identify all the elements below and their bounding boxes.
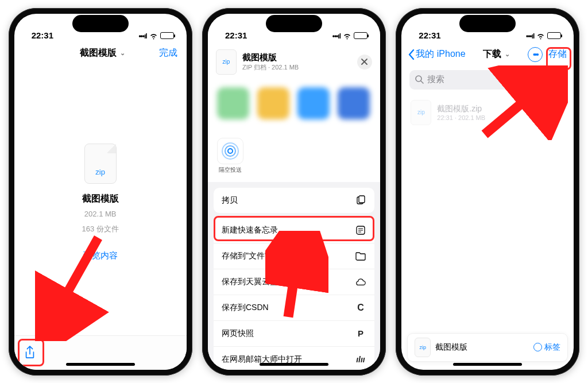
signal-icon [526, 32, 534, 40]
share-apps-row: 隔空投送 [208, 133, 380, 182]
phone-2: 22:31 zip 截图模版 ZIP 归档 · 202.1 MB [202, 8, 386, 376]
airdrop-button[interactable] [217, 138, 243, 164]
wifi-icon [149, 32, 158, 40]
airdrop-icon [220, 141, 240, 161]
action-copy[interactable]: 拷贝 [214, 188, 374, 213]
svg-rect-5 [359, 196, 365, 203]
search-icon [415, 75, 424, 84]
file-type-icon: zip [411, 100, 431, 125]
action-save-csdn[interactable]: 保存到CSDN C [214, 295, 374, 321]
dynamic-island [266, 15, 322, 32]
file-count: 163 份文件 [82, 223, 119, 235]
file-name: 截图模版 [242, 52, 299, 63]
svg-point-2 [225, 146, 235, 156]
tag-icon [533, 343, 542, 351]
preview-link[interactable]: 预览内容 [83, 250, 118, 261]
highlight-box [18, 339, 44, 366]
file-meta: 22:31 · 202.1 MB [437, 114, 485, 121]
battery-icon [160, 32, 174, 39]
svg-line-13 [421, 81, 423, 83]
dynamic-island [459, 15, 516, 32]
app-icon: ılıı [355, 354, 366, 365]
chevron-left-icon [408, 49, 415, 60]
app-icon: P [355, 328, 366, 339]
copy-icon [355, 195, 366, 206]
chevron-down-icon: ⌄ [505, 51, 510, 58]
status-time: 22:31 [225, 30, 247, 40]
cloud-icon [355, 276, 366, 288]
home-indicator[interactable] [260, 363, 328, 366]
folder-icon [355, 250, 366, 262]
action-save-tianyi[interactable]: 保存到天翼云盘 [214, 269, 374, 295]
signal-icon [332, 32, 341, 40]
file-row[interactable]: zip 截图模版.zip 22:31 · 202.1 MB [401, 94, 574, 131]
action-web-snapshot[interactable]: 网页快照 P [214, 321, 374, 347]
file-name: 截图模版 [82, 193, 119, 205]
battery-icon [354, 32, 368, 39]
search-field[interactable]: 搜索 [409, 70, 566, 90]
share-contacts-row[interactable] [208, 82, 380, 133]
phone-3: 22:31 我的 iPhone 下载 ⌄ ••• 存储 [396, 8, 579, 376]
close-button[interactable] [357, 55, 372, 69]
home-indicator[interactable] [453, 363, 522, 366]
home-indicator[interactable] [66, 363, 135, 366]
nav-title[interactable]: 截图模版 ⌄ [80, 47, 125, 59]
dynamic-island [72, 15, 129, 32]
action-save-files[interactable]: 存储到"文件" [214, 243, 374, 269]
wifi-icon [536, 32, 545, 40]
share-sheet-header: zip 截图模版 ZIP 归档 · 202.1 MB [208, 42, 380, 82]
airdrop-label: 隔空投送 [217, 166, 243, 174]
tag-button[interactable]: 标签 [533, 342, 560, 353]
nav-title[interactable]: 下载 ⌄ [483, 48, 510, 60]
action-netease[interactable]: 在网易邮箱大师中打开 ılıı [214, 347, 374, 370]
csdn-icon: C [355, 302, 366, 314]
chevron-down-icon: ⌄ [120, 49, 125, 57]
status-time: 22:31 [419, 30, 440, 40]
battery-icon [547, 32, 561, 39]
file-type-icon: zip [415, 338, 431, 357]
search-placeholder: 搜索 [427, 74, 444, 85]
file-type-icon: zip [216, 49, 237, 75]
file-meta: ZIP 归档 · 202.1 MB [242, 63, 299, 72]
svg-point-1 [228, 149, 233, 153]
file-name: 截图模版.zip [437, 104, 485, 114]
file-size: 202.1 MB [84, 208, 117, 220]
footer-file-name: 截图模版 [435, 342, 467, 353]
done-button[interactable]: 完成 [159, 47, 177, 59]
phone-1: 22:31 截图模版 ⌄ 完成 zip 截图模版 202.1 MB 163 份文… [9, 8, 192, 376]
close-icon [361, 59, 368, 65]
file-type-icon: zip [84, 144, 117, 184]
highlight-box [214, 216, 374, 241]
back-button[interactable]: 我的 iPhone [408, 48, 465, 60]
highlight-box [546, 47, 571, 70]
signal-icon [138, 32, 146, 40]
status-time: 22:31 [32, 30, 53, 40]
nav-bar: 截图模版 ⌄ 完成 [14, 42, 187, 65]
wifi-icon [343, 32, 351, 40]
share-actions: 拷贝 新建快速备忘录 存储到"文件" 保存到天翼云盘 保存到 [208, 182, 380, 370]
selected-file-footer: zip 截图模版 标签 [407, 333, 568, 362]
more-button[interactable]: ••• [528, 47, 543, 62]
ellipsis-icon: ••• [533, 50, 538, 59]
